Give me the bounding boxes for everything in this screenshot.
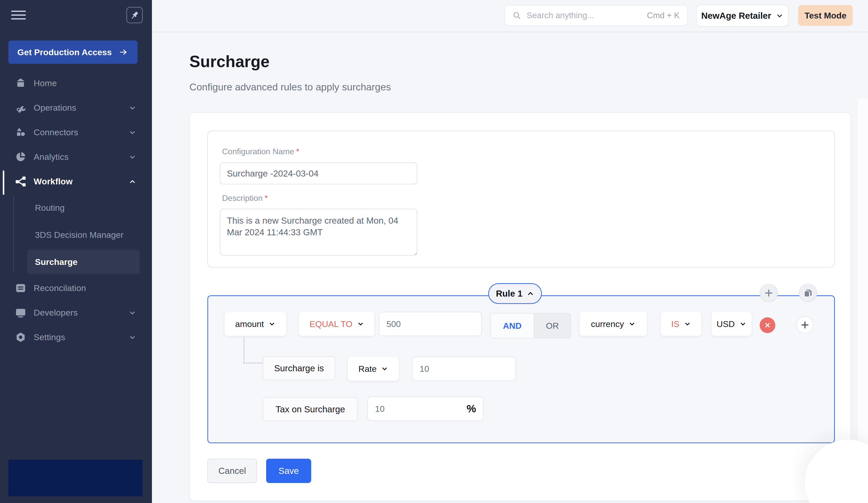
rule-badge-label: Rule 1 xyxy=(496,288,523,299)
sidebar-item-label: Workflow xyxy=(34,176,73,186)
amount-value-input[interactable] xyxy=(379,312,482,336)
operator-select[interactable]: EQUAL TO xyxy=(299,312,375,336)
global-search[interactable]: Cmd + K xyxy=(504,5,688,26)
description-textarea[interactable]: This is a new Surcharge created at Mon, … xyxy=(220,209,417,256)
close-icon xyxy=(764,321,771,329)
workflow-subnav: Routing 3DS Decision Manager Surcharge xyxy=(0,196,152,277)
config-name-label: Configuration Name* xyxy=(222,147,299,156)
surcharge-rate-input[interactable] xyxy=(412,357,516,381)
sidebar-item-3ds-decision-manager[interactable]: 3DS Decision Manager xyxy=(27,223,140,247)
sidebar-item-label: Reconcilation xyxy=(34,283,86,293)
plus-icon xyxy=(764,288,773,298)
subnav-item-label: 3DS Decision Manager xyxy=(35,230,124,240)
connector-line-vertical xyxy=(244,337,244,363)
cta-label: Get Production Access xyxy=(18,47,112,57)
tax-on-surcharge-label: Tax on Surcharge xyxy=(262,397,358,421)
required-asterisk: * xyxy=(265,194,268,203)
chevron-down-icon xyxy=(128,333,136,341)
chevron-down-icon xyxy=(128,153,136,161)
chevron-down-icon xyxy=(128,309,136,317)
merchant-switcher-button[interactable]: NewAge Retailer xyxy=(696,4,788,27)
surcharge-type-value: Rate xyxy=(359,364,377,374)
topbar: Cmd + K NewAge Retailer Test Mode xyxy=(152,0,868,32)
surcharge-type-select[interactable]: Rate xyxy=(348,357,399,381)
hamburger-menu-icon[interactable] xyxy=(11,11,26,20)
pie-chart-icon xyxy=(15,151,27,163)
or-toggle[interactable]: OR xyxy=(534,314,570,338)
surcharge-is-label: Surcharge is xyxy=(262,356,335,380)
sidebar-item-settings[interactable]: Settings xyxy=(0,325,152,350)
add-rule-button[interactable] xyxy=(760,284,778,302)
shapes-icon xyxy=(15,126,27,138)
pin-sidebar-button[interactable] xyxy=(126,7,143,23)
plus-icon xyxy=(800,320,809,329)
duplicate-rule-button[interactable] xyxy=(799,284,817,302)
chevron-down-icon xyxy=(268,320,276,328)
description-label: Description* xyxy=(222,194,268,203)
sidebar-item-label: Operations xyxy=(34,103,76,113)
sidebar-item-label: Home xyxy=(34,78,57,88)
sidebar-banner xyxy=(8,460,143,496)
test-mode-badge[interactable]: Test Mode xyxy=(798,5,853,26)
sidebar-item-label: Settings xyxy=(34,332,65,342)
save-button[interactable]: Save xyxy=(266,459,311,483)
config-name-input[interactable] xyxy=(220,162,417,184)
sidebar-item-routing[interactable]: Routing xyxy=(27,196,140,220)
monitor-icon xyxy=(15,307,27,319)
pin-icon xyxy=(130,10,140,20)
sidebar-item-analytics[interactable]: Analytics xyxy=(0,145,152,169)
nut-gear-icon xyxy=(15,331,27,343)
tax-percent-field: % xyxy=(368,397,484,421)
field2-select[interactable]: currency xyxy=(579,312,647,336)
subnav-item-label: Routing xyxy=(35,203,64,213)
sidebar: Get Production Access Home xyxy=(0,0,152,503)
sidebar-item-connectors[interactable]: Connectors xyxy=(0,120,152,145)
percent-sign: % xyxy=(467,403,476,415)
field-select-value: amount xyxy=(235,319,264,329)
sidebar-nav: Home Operations xyxy=(0,71,152,194)
chevron-down-icon xyxy=(629,320,636,328)
chevron-down-icon xyxy=(357,320,364,328)
search-shortcut-hint: Cmd + K xyxy=(647,11,680,20)
required-asterisk: * xyxy=(296,147,299,156)
logical-operator-toggle: AND OR xyxy=(490,313,571,338)
chevron-down-icon xyxy=(381,365,388,372)
chevron-down-icon xyxy=(128,104,136,112)
sidebar-item-surcharge[interactable]: Surcharge xyxy=(27,250,140,274)
field2-select-value: currency xyxy=(591,319,624,329)
sidebar-item-developers[interactable]: Developers xyxy=(0,300,152,325)
tax-percent-input[interactable] xyxy=(375,404,467,414)
operator2-select-value: IS xyxy=(671,319,679,329)
operator2-select[interactable]: IS xyxy=(661,312,702,336)
chevron-down-icon xyxy=(128,129,136,136)
arrow-right-icon xyxy=(118,48,128,57)
search-input[interactable] xyxy=(527,11,641,20)
operator-select-value: EQUAL TO xyxy=(309,319,352,329)
sidebar-item-reconcilation[interactable]: Reconcilation xyxy=(0,276,152,300)
currency-value-select[interactable]: USD xyxy=(711,312,752,336)
copy-icon xyxy=(803,288,813,298)
sidebar-item-home[interactable]: Home xyxy=(0,71,152,95)
rule-1-toggle[interactable]: Rule 1 xyxy=(488,283,542,304)
subnav-item-label: Surcharge xyxy=(35,257,78,267)
field-select[interactable]: amount xyxy=(224,312,286,336)
chevron-down-icon xyxy=(776,12,783,20)
list-card-icon xyxy=(15,282,27,294)
merchant-name: NewAge Retailer xyxy=(701,11,771,21)
and-toggle[interactable]: AND xyxy=(491,314,534,338)
currency-value: USD xyxy=(716,319,735,329)
add-condition-button[interactable] xyxy=(796,316,814,333)
sidebar-item-label: Connectors xyxy=(34,127,78,137)
get-production-access-button[interactable]: Get Production Access xyxy=(8,41,137,64)
cancel-button[interactable]: Cancel xyxy=(207,459,257,483)
app-root: Get Production Access Home xyxy=(0,0,868,503)
search-icon xyxy=(513,11,521,20)
page-title: Surcharge xyxy=(189,52,270,71)
chevron-down-icon xyxy=(740,320,746,328)
sidebar-item-label: Analytics xyxy=(34,152,69,162)
sidebar-item-operations[interactable]: Operations xyxy=(0,95,152,120)
chevron-up-icon xyxy=(527,290,534,297)
test-mode-label: Test Mode xyxy=(804,11,847,21)
delete-condition-button[interactable] xyxy=(760,317,775,333)
sidebar-item-workflow[interactable]: Workflow xyxy=(0,169,152,194)
